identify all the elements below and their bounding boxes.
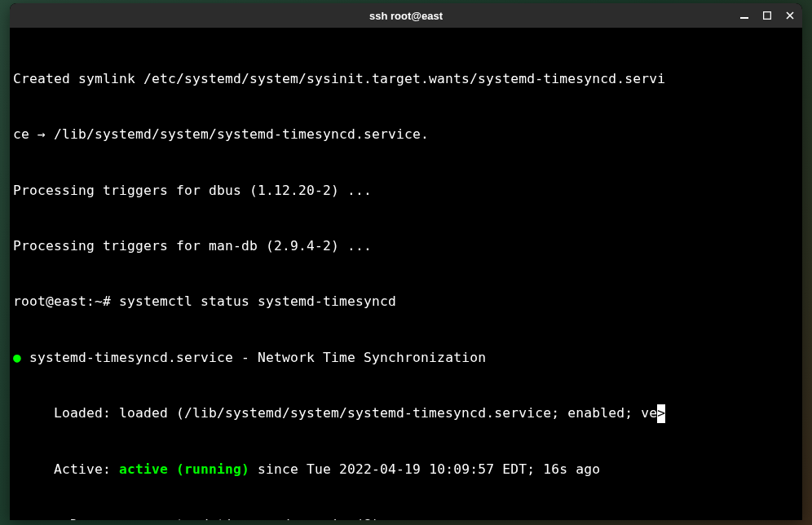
field-value: since Tue 2022-04-19 10:09:57 EDT; 16s a… <box>249 461 600 477</box>
titlebar[interactable]: ssh root@east <box>10 3 802 28</box>
unit-header: systemd-timesyncd.service - Network Time… <box>21 350 486 365</box>
docs-line: Docs: man:systemd-timesyncd.service(8) <box>13 516 799 520</box>
maximize-button[interactable] <box>761 10 773 21</box>
field-label: Docs: <box>13 517 119 520</box>
output-line: Created symlink /etc/systemd/system/sysi… <box>13 70 799 89</box>
minimize-button[interactable] <box>739 10 750 21</box>
window-title: ssh root@east <box>369 10 443 22</box>
terminal-window: ssh root@east Created symlink /etc/syste… <box>10 3 802 520</box>
active-state: active (running) <box>119 461 249 477</box>
field-value: loaded (/lib/systemd/system/systemd-time… <box>119 405 657 421</box>
active-line: Active: active (running) since Tue 2022-… <box>13 461 799 479</box>
command-text: systemctl status systemd-timesyncd <box>119 293 396 309</box>
output-line: Processing triggers for dbus (1.12.20-2)… <box>13 182 799 201</box>
truncation-indicator-icon: > <box>657 404 665 423</box>
field-value: man:systemd-timesyncd.service(8) <box>119 517 380 520</box>
prompt-line: root@east:~# systemctl status systemd-ti… <box>13 293 799 311</box>
titlebar-controls <box>739 3 796 28</box>
unit-header-line: ● systemd-timesyncd.service - Network Ti… <box>13 349 799 368</box>
status-dot-icon: ● <box>13 350 21 365</box>
field-label: Active: <box>13 461 119 477</box>
output-line: ce → /lib/systemd/system/systemd-timesyn… <box>13 126 799 144</box>
svg-rect-1 <box>764 12 771 20</box>
shell-prompt: root@east:~# <box>13 293 119 309</box>
close-button[interactable] <box>784 10 796 21</box>
field-label: Loaded: <box>13 405 119 421</box>
loaded-line: Loaded: loaded (/lib/systemd/system/syst… <box>13 404 799 423</box>
terminal-viewport[interactable]: Created symlink /etc/systemd/system/sysi… <box>10 28 802 520</box>
svg-rect-0 <box>740 17 748 19</box>
output-line: Processing triggers for man-db (2.9.4-2)… <box>13 237 799 256</box>
